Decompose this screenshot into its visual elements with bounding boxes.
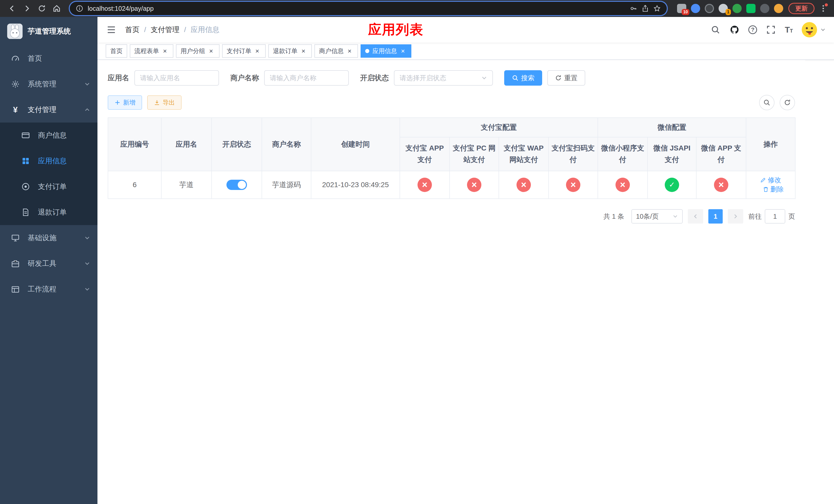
search-icon[interactable] (710, 25, 721, 35)
toolbox-icon (10, 258, 21, 269)
chevron-down-icon (481, 75, 487, 81)
forward-button[interactable] (20, 2, 34, 15)
col-header-merchant-name: 商户名称 (262, 118, 311, 171)
cell-merchant-name: 芋道源码 (262, 171, 311, 199)
breadcrumb-payment[interactable]: 支付管理 (151, 25, 179, 35)
sidebar-item-merchant-info[interactable]: 商户信息 (0, 122, 97, 148)
home-button[interactable] (50, 2, 64, 15)
sidebar-item-workflow[interactable]: 工作流程 (0, 276, 97, 302)
chevron-up-icon (84, 107, 90, 113)
tab-process-form[interactable]: 流程表单 (130, 44, 173, 58)
tab-app-info[interactable]: 应用信息 (360, 44, 411, 58)
tab-close-icon[interactable] (207, 47, 215, 55)
table-row: 6 芋道 芋道源码 2021-10-23 08:49:25 (108, 171, 795, 199)
extension-icon[interactable] (691, 4, 700, 13)
archive-icon (10, 284, 21, 294)
extension-icon[interactable] (760, 4, 769, 13)
goto-prefix: 前往 (748, 212, 762, 221)
grid-icon (21, 156, 31, 166)
export-button[interactable]: 导出 (147, 95, 181, 110)
tab-close-icon[interactable] (161, 47, 169, 55)
password-key-icon[interactable] (630, 5, 637, 12)
avatar (802, 22, 817, 38)
fullscreen-icon[interactable] (766, 25, 776, 35)
app-name-label: 应用名 (108, 73, 129, 83)
page-size-select[interactable]: 10条/页 (631, 209, 683, 224)
page-title: 应用列表 (368, 21, 423, 39)
edit-link[interactable]: 修改 (760, 176, 781, 185)
page-content: 应用名 商户名称 开启状态 请选择开启状态 搜索 重置 (97, 60, 805, 504)
tab-close-icon[interactable] (254, 47, 261, 55)
address-bar[interactable]: localhost:1024/pay/app (70, 2, 667, 15)
url-text[interactable]: localhost:1024/pay/app (88, 5, 625, 12)
browser-menu-icon[interactable] (818, 2, 829, 15)
bookmark-star-icon[interactable] (654, 5, 661, 12)
extension-icon[interactable] (774, 4, 783, 13)
tab-refund-order[interactable]: 退款订单 (268, 44, 312, 58)
col-header-wechat-lite: 微信小程序支付 (598, 137, 648, 171)
search-button[interactable]: 搜索 (504, 70, 542, 86)
status-toggle[interactable] (226, 180, 247, 190)
user-menu[interactable] (802, 22, 826, 38)
add-button[interactable]: 新增 (108, 95, 142, 110)
logo-avatar (7, 24, 23, 39)
tab-close-icon[interactable] (300, 47, 307, 55)
extension-icon[interactable]: 10 (677, 4, 686, 13)
sidebar-item-pay-order[interactable]: 支付订单 (0, 174, 97, 200)
goto-page-input[interactable] (765, 209, 785, 224)
sidebar-item-dev-tools[interactable]: 研发工具 (0, 251, 97, 276)
tab-user-group[interactable]: 用户分组 (176, 44, 220, 58)
tab-bar: 首页 流程表单 用户分组 支付订单 退款订单 商户信息 应用信息 (97, 43, 834, 60)
sidebar-item-home[interactable]: 首页 (0, 46, 97, 71)
col-header-status: 开启状态 (212, 118, 262, 171)
browser-update-button[interactable]: 更新 (788, 3, 814, 14)
filter-form: 应用名 商户名称 开启状态 请选择开启状态 搜索 重置 (108, 70, 795, 86)
sidebar-logo[interactable]: 芋道管理系统 (0, 17, 97, 46)
delete-link[interactable]: 删除 (763, 185, 784, 194)
status-select[interactable]: 请选择开启状态 (394, 70, 493, 86)
prev-page-button[interactable] (688, 209, 703, 224)
total-count: 共 1 条 (603, 212, 624, 221)
font-size-icon[interactable]: TT (785, 26, 793, 34)
page-number-1[interactable]: 1 (708, 209, 723, 224)
sidebar-item-payment[interactable]: ¥ 支付管理 (0, 97, 97, 122)
active-tab-dot (365, 49, 369, 53)
refresh-table-button[interactable] (780, 95, 795, 110)
hamburger-icon[interactable] (106, 24, 117, 36)
breadcrumb-current: 应用信息 (191, 25, 220, 35)
help-icon[interactable]: ? (748, 25, 757, 34)
sidebar-item-app-info[interactable]: 应用信息 (0, 148, 97, 174)
reload-button[interactable] (35, 2, 49, 15)
github-icon[interactable] (729, 25, 740, 35)
back-button[interactable] (5, 2, 19, 15)
refresh-icon (784, 99, 791, 106)
wechat-lite-status-icon (615, 178, 630, 192)
sidebar-item-refund-order[interactable]: 退款订单 (0, 200, 97, 225)
site-info-icon[interactable] (76, 5, 83, 12)
tab-home[interactable]: 首页 (106, 44, 127, 58)
extension-icon[interactable] (746, 4, 755, 13)
next-page-button[interactable] (728, 209, 743, 224)
tab-merchant-info[interactable]: 商户信息 (314, 44, 358, 58)
toggle-search-button[interactable] (759, 95, 774, 110)
credit-card-icon (21, 130, 31, 140)
merchant-name-input[interactable] (264, 70, 349, 86)
breadcrumb-home[interactable]: 首页 (125, 25, 139, 35)
yen-icon: ¥ (10, 105, 21, 115)
extension-icon[interactable]: 1 (719, 4, 728, 13)
goto-suffix: 页 (788, 212, 795, 221)
breadcrumb-separator (144, 26, 146, 34)
sidebar-item-infrastructure[interactable]: 基础设施 (0, 225, 97, 251)
sidebar: 芋道管理系统 首页 系统管理 ¥ 支付管理 (0, 17, 97, 504)
extension-icon[interactable] (705, 4, 714, 13)
sidebar-item-system[interactable]: 系统管理 (0, 71, 97, 97)
app-name-input[interactable] (134, 70, 219, 86)
extension-icon[interactable] (732, 4, 742, 13)
tab-close-icon[interactable] (399, 47, 407, 55)
tab-close-icon[interactable] (346, 47, 353, 55)
share-icon[interactable] (642, 5, 649, 12)
update-notification-dot (825, 3, 828, 6)
tab-pay-order[interactable]: 支付订单 (222, 44, 266, 58)
col-header-alipay-pc: 支付宝 PC 网站支付 (449, 137, 499, 171)
reset-button[interactable]: 重置 (547, 70, 585, 86)
